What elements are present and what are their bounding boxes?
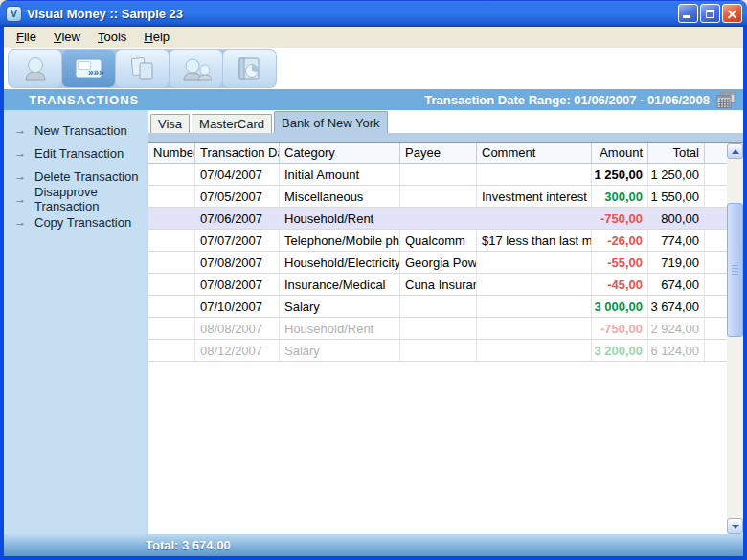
sidebar: →New Transaction→Edit Transaction→Delete…: [4, 110, 148, 534]
table-row[interactable]: 07/08/2007Household/ElectricityGeorgia P…: [148, 252, 727, 274]
table-row[interactable]: 07/04/2007Initial Amount1 250,001 250,00: [148, 164, 727, 186]
cell-amount: -750,00: [592, 208, 648, 229]
minimize-button[interactable]: [678, 4, 698, 23]
arrow-right-icon: →: [14, 169, 26, 183]
cell-number: [148, 252, 195, 273]
cell-number: [148, 318, 195, 339]
app-logo-icon: V: [6, 6, 22, 22]
cell-payee: [400, 340, 477, 361]
toolbar-button-accounts[interactable]: [9, 50, 61, 87]
cell-filler: [705, 340, 727, 361]
cell-amount: -55,00: [592, 252, 648, 273]
table-row[interactable]: 07/10/2007Salary3 000,003 674,00: [148, 296, 727, 318]
cell-number: [148, 274, 195, 295]
scrollbar-thumb[interactable]: [727, 203, 743, 337]
scroll-up-button[interactable]: [727, 143, 743, 159]
cell-amount: -45,00: [592, 274, 648, 295]
date-range: Transaction Date Range: 01/06/2007 - 01/…: [424, 92, 737, 108]
cell-filler: [705, 230, 727, 251]
cell-comment: [477, 164, 592, 185]
content-area: →New Transaction→Edit Transaction→Delete…: [4, 110, 743, 534]
menu-item-tools[interactable]: Tools: [89, 28, 135, 47]
cell-number: [148, 164, 195, 185]
cell-total: 674,00: [648, 274, 705, 295]
calendar-icon[interactable]: [716, 92, 737, 108]
table-row[interactable]: 07/08/2007Insurance/MedicalCuna Insuranc…: [148, 274, 727, 296]
column-header-transaction-date[interactable]: Transaction Date: [195, 143, 280, 163]
sidebar-item-disapprove-transaction[interactable]: →Disapprove Transaction: [4, 188, 148, 211]
column-header-total[interactable]: Total: [648, 143, 705, 163]
transactions-table-wrap: NumberTransaction DateCategoryPayeeComme…: [148, 142, 743, 534]
cell-number: [148, 340, 195, 361]
tab-visa[interactable]: Visa: [150, 114, 190, 133]
cell-filler: [705, 208, 727, 229]
cell-total: 719,00: [648, 252, 705, 273]
toolbar-button-copy[interactable]: [116, 50, 169, 87]
cell-date: 07/05/2007: [195, 186, 280, 207]
cell-comment: [477, 252, 592, 273]
cell-total: 800,00: [648, 208, 705, 229]
sidebar-item-label: New Transaction: [34, 123, 127, 138]
close-button[interactable]: [722, 4, 742, 23]
cell-number: [148, 208, 195, 229]
cell-number: [148, 230, 195, 251]
documents-icon: [128, 56, 157, 82]
scroll-down-button[interactable]: [727, 518, 743, 534]
cell-category: Telephone/Mobile phone: [280, 230, 400, 251]
cell-number: [148, 296, 195, 317]
table-row[interactable]: 07/07/2007Telephone/Mobile phoneQualcomm…: [148, 230, 727, 252]
title-bar: V Visual Money :: Sample 23: [0, 0, 747, 27]
table-row[interactable]: 08/08/2007Household/Rent-750,002 924,00: [148, 318, 727, 340]
toolbar-button-reports[interactable]: [223, 50, 276, 87]
column-header-number[interactable]: Number: [148, 143, 195, 163]
cell-total: 1 550,00: [648, 186, 705, 207]
cell-category: Insurance/Medical: [280, 274, 400, 295]
cell-filler: [705, 274, 727, 295]
tab-bank-of-new-york[interactable]: Bank of New York: [274, 111, 388, 133]
sidebar-item-edit-transaction[interactable]: →Edit Transaction: [4, 142, 148, 165]
column-header-category[interactable]: Category: [280, 143, 400, 163]
cell-payee: [400, 296, 477, 317]
arrow-right-icon: →: [14, 146, 26, 160]
column-header-payee[interactable]: Payee: [400, 143, 477, 163]
table-row[interactable]: 08/12/2007Salary3 200,006 124,00: [148, 340, 727, 362]
minimize-icon: [683, 15, 690, 18]
cell-amount: 1 250,00: [592, 164, 648, 185]
menu-bar: FileViewToolsHelp: [4, 27, 743, 48]
sidebar-item-copy-transaction[interactable]: →Copy Transaction: [4, 211, 148, 234]
menu-item-help[interactable]: Help: [135, 28, 178, 47]
vertical-scrollbar[interactable]: [727, 143, 743, 534]
scrollbar-track[interactable]: [727, 159, 743, 518]
column-header-amount[interactable]: Amount: [592, 143, 648, 163]
arrow-right-icon: →: [14, 123, 26, 137]
menu-item-file[interactable]: File: [8, 28, 45, 47]
tab-mastercard[interactable]: MasterCard: [192, 114, 272, 133]
sidebar-item-label: Edit Transaction: [34, 146, 124, 161]
cell-date: 07/04/2007: [195, 164, 280, 185]
cell-date: 08/08/2007: [195, 318, 280, 339]
cell-comment: $17 less than last month: [477, 230, 592, 251]
cell-date: 07/07/2007: [195, 230, 280, 251]
sidebar-item-new-transaction[interactable]: →New Transaction: [4, 119, 148, 142]
sidebar-item-label: Disapprove Transaction: [34, 185, 148, 213]
cell-category: Miscellaneous: [280, 186, 400, 207]
table-row[interactable]: 07/06/2007Household/Rent-750,00800,00: [148, 208, 727, 230]
menu-item-view[interactable]: View: [45, 28, 89, 47]
maximize-button[interactable]: [700, 4, 720, 23]
cell-amount: 3 200,00: [592, 340, 648, 361]
column-header-comment[interactable]: Comment: [477, 143, 592, 163]
cell-filler: [705, 318, 727, 339]
table-row[interactable]: 07/05/2007MiscellaneousInvestment intere…: [148, 186, 727, 208]
status-bar: Total: 3 674,00: [4, 534, 743, 556]
toolbar-button-payees[interactable]: [170, 50, 222, 87]
date-range-label: Transaction Date Range: 01/06/2007 - 01/…: [424, 93, 710, 107]
sidebar-item-label: Delete Transaction: [34, 169, 138, 184]
toolbar-button-transactions[interactable]: »»»: [62, 50, 115, 87]
cell-number: [148, 186, 195, 207]
cell-amount: -26,00: [592, 230, 648, 251]
arrow-right-icon: →: [14, 192, 26, 206]
section-header: TRANSACTIONS Transaction Date Range: 01/…: [4, 89, 743, 110]
cell-filler: [705, 164, 727, 185]
cell-payee: [400, 208, 477, 229]
window-frame: FileViewToolsHelp »»» TRANSACTIONS Trans…: [0, 27, 747, 560]
